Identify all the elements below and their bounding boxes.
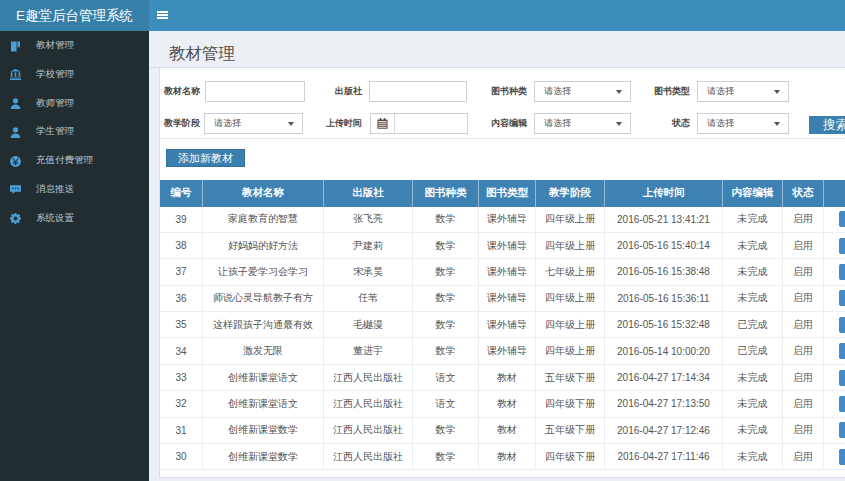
sidebar-item-label: 充值付费管理: [36, 146, 93, 175]
bank-icon: [10, 69, 21, 80]
sidebar-item-3[interactable]: 学生管理: [0, 117, 149, 146]
column-header-2: 出版社: [324, 180, 413, 207]
book-type-select[interactable]: 请选择: [697, 81, 789, 102]
upload-time-input[interactable]: [396, 114, 467, 133]
table-cell: 2016-04-27 17:13:50: [605, 391, 723, 417]
row-action-button[interactable]: [839, 238, 845, 254]
table-cell: 已完成: [723, 338, 783, 364]
row-action-button[interactable]: [839, 422, 845, 438]
table-cell: 2016-05-16 15:32:48: [605, 312, 723, 338]
sidebar-item-label: 教材管理: [36, 31, 74, 60]
table-cell: 教材: [479, 365, 536, 391]
table-cell: 启用: [783, 418, 824, 444]
table-cell: 创维新课堂语文: [203, 365, 324, 391]
table-cell: 启用: [783, 365, 824, 391]
table-cell: 33: [160, 365, 203, 391]
table-cell: 启用: [783, 444, 824, 470]
sidebar-item-4[interactable]: 充值付费管理: [0, 146, 149, 175]
table-cell: 四年级上册: [536, 312, 605, 338]
column-header-5: 教学阶段: [536, 180, 605, 207]
teach-stage-select-value: 请选择: [214, 114, 241, 133]
column-header-7: 内容编辑: [723, 180, 783, 207]
table-cell: 创维新课堂数学: [203, 418, 324, 444]
table-cell: 教材: [479, 418, 536, 444]
table-row: 37让孩子爱学习会学习宋承昊数学课外辅导七年级上册2016-05-16 15:3…: [160, 259, 845, 285]
comment-icon: [10, 184, 21, 195]
table-cell: 2016-05-16 15:40:14: [605, 233, 723, 259]
chevron-down-icon: [288, 122, 294, 126]
textbook-name-input[interactable]: [205, 81, 305, 102]
row-action-button[interactable]: [839, 290, 845, 306]
sidebar-item-6[interactable]: 系统设置: [0, 204, 149, 233]
app-logo[interactable]: E趣堂后台管理系统: [0, 0, 149, 31]
row-action-button[interactable]: [839, 343, 845, 359]
table-cell: 2016-05-16 15:38:48: [605, 259, 723, 285]
publisher-input[interactable]: [369, 81, 467, 102]
content-panel: 教材名称 出版社 图书种类 请选择 图书类型 请选择 教学阶段 请选择 上传时间: [159, 68, 845, 478]
table-cell: 张飞亮: [324, 207, 413, 233]
table-cell: 数学: [413, 286, 479, 312]
table-cell: 江西人民出版社: [324, 418, 413, 444]
row-action-button[interactable]: [839, 370, 845, 386]
table-cell-actions: [824, 259, 845, 285]
table-cell-actions: [824, 233, 845, 259]
filter-form: 教材名称 出版社 图书种类 请选择 图书类型 请选择 教学阶段 请选择 上传时间: [160, 68, 845, 139]
sidebar-item-label: 教师管理: [36, 89, 74, 118]
sidebar-item-label: 学校管理: [36, 60, 74, 89]
table-cell: 董进宇: [324, 338, 413, 364]
table-cell: 数学: [413, 207, 479, 233]
table-cell: 32: [160, 391, 203, 417]
search-button[interactable]: 搜索: [809, 116, 845, 134]
table-cell: 未完成: [723, 259, 783, 285]
chevron-down-icon: [774, 122, 780, 126]
table-cell: 家庭教育的智慧: [203, 207, 324, 233]
column-header-8: 状态: [783, 180, 824, 207]
table-cell: 2016-05-14 10:00:20: [605, 338, 723, 364]
table-cell: 江西人民出版社: [324, 365, 413, 391]
table-cell: 课外辅导: [479, 286, 536, 312]
sidebar-item-1[interactable]: 学校管理: [0, 60, 149, 89]
table-cell: 师说心灵导航教子有方: [203, 286, 324, 312]
row-action-button[interactable]: [839, 211, 845, 227]
table-cell: 未完成: [723, 418, 783, 444]
row-action-button[interactable]: [839, 449, 845, 465]
filter-label-book-kind: 图书种类: [460, 81, 527, 102]
sidebar-item-5[interactable]: 消息推送: [0, 175, 149, 204]
add-textbook-button[interactable]: 添加新教材: [166, 149, 245, 167]
table-cell-actions: [824, 418, 845, 444]
column-header-6: 上传时间: [605, 180, 723, 207]
row-action-button[interactable]: [839, 317, 845, 333]
table-cell: 毛樾漫: [324, 312, 413, 338]
table-cell: 四年级上册: [536, 207, 605, 233]
content-editor-select-value: 请选择: [544, 114, 571, 133]
sidebar-toggle-icon[interactable]: [157, 11, 168, 20]
table-cell-actions: [824, 286, 845, 312]
column-header-1: 教材名称: [203, 180, 324, 207]
table-row: 31创维新课堂数学江西人民出版社数学教材五年级下册2016-04-27 17:1…: [160, 418, 845, 444]
sidebar-item-2[interactable]: 教师管理: [0, 89, 149, 118]
page-title: 教材管理: [169, 43, 235, 65]
table-cell: 五年级下册: [536, 418, 605, 444]
content-editor-select[interactable]: 请选择: [534, 113, 631, 134]
filter-label-publisher: 出版社: [300, 81, 362, 102]
book-icon: [10, 41, 21, 52]
row-action-button[interactable]: [839, 264, 845, 280]
teach-stage-select[interactable]: 请选择: [204, 113, 303, 134]
table-cell: 宋承昊: [324, 259, 413, 285]
book-kind-select[interactable]: 请选择: [534, 81, 631, 102]
sidebar-item-0[interactable]: 教材管理: [0, 31, 149, 60]
table-cell: 37: [160, 259, 203, 285]
status-select-value: 请选择: [707, 114, 734, 133]
table-cell: 让孩子爱学习会学习: [203, 259, 324, 285]
table-cell-actions: [824, 312, 845, 338]
table-cell: 31: [160, 418, 203, 444]
table-cell: 七年级上册: [536, 259, 605, 285]
row-action-button[interactable]: [839, 396, 845, 412]
table-cell: 四年级下册: [536, 391, 605, 417]
calendar-addon[interactable]: [371, 114, 395, 133]
table-cell: 创维新课堂语文: [203, 391, 324, 417]
column-header-4: 图书类型: [479, 180, 536, 207]
table-cell: 语文: [413, 391, 479, 417]
content-header: 教材管理: [149, 31, 845, 68]
status-select[interactable]: 请选择: [697, 113, 789, 134]
